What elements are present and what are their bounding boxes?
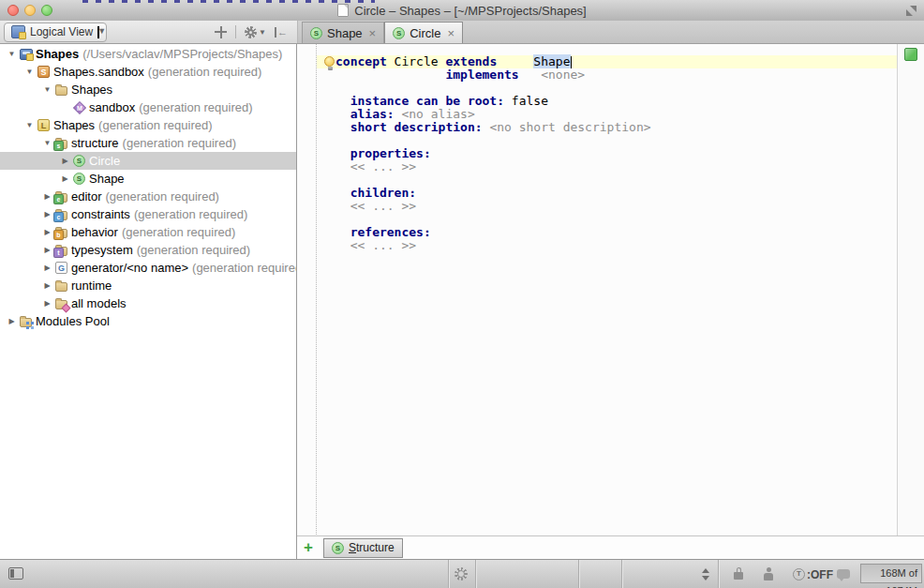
editor-token bbox=[335, 238, 350, 252]
close-icon[interactable]: × bbox=[447, 26, 455, 40]
t-badge-icon[interactable]: T bbox=[793, 568, 805, 580]
toolbar-row: Logical View ▼ ▼ ← S Shape × bbox=[0, 21, 924, 44]
editor-content[interactable]: concept Circle extends Shape implements … bbox=[317, 44, 897, 536]
expand-arrow-icon[interactable]: ▼ bbox=[41, 139, 53, 147]
editor-line-9[interactable]: << ... >> bbox=[335, 160, 897, 173]
concept-icon: S bbox=[310, 27, 322, 39]
editor-line-12[interactable]: << ... >> bbox=[335, 200, 897, 213]
tab-circle[interactable]: S Circle × bbox=[384, 22, 463, 43]
editor-line-1[interactable]: concept Circle extends Shape bbox=[335, 55, 897, 68]
expand-arrow-icon[interactable]: ▶ bbox=[41, 281, 53, 290]
expand-arrow-icon[interactable]: ▶ bbox=[41, 299, 53, 308]
tree-item-circle[interactable]: ▶SCircle bbox=[0, 152, 296, 170]
editor-line-10[interactable] bbox=[335, 173, 897, 187]
toggle-toolwindows-icon[interactable] bbox=[8, 567, 23, 580]
tab-shape[interactable]: S Shape × bbox=[302, 22, 384, 43]
expand-arrow-icon[interactable]: ▼ bbox=[23, 121, 36, 129]
tree-item-label: generator/<no name> bbox=[71, 261, 188, 275]
editor-line-7[interactable] bbox=[335, 134, 897, 147]
view-selector-dropdown[interactable]: Logical View ▼ bbox=[4, 23, 107, 42]
tree-item-typesystem[interactable]: ▶ttypesystem (generation required) bbox=[0, 241, 296, 259]
editor-line-15[interactable]: << ... >> bbox=[335, 239, 897, 252]
editor-token: properties: bbox=[350, 146, 431, 160]
tree-item-shapes-sandbox[interactable]: ▼SShapes.sandbox (generation required) bbox=[0, 63, 296, 81]
editor-line-3[interactable] bbox=[335, 82, 897, 95]
tree-item-label: Shapes bbox=[71, 83, 112, 97]
aspect-folder-typesystem-icon: t bbox=[55, 247, 67, 256]
expand-arrow-icon[interactable]: ▶ bbox=[6, 317, 18, 325]
tree-item-label: Shapes bbox=[53, 118, 95, 132]
tree-item-label: behavior bbox=[71, 225, 118, 239]
tree-item-shapes[interactable]: ▼Shapes (/Users/vaclav/MPSProjects/Shape… bbox=[0, 45, 296, 63]
model-icon: M bbox=[72, 100, 85, 113]
aspect-folder-behavior-icon: b bbox=[55, 229, 67, 238]
concept-icon: S bbox=[393, 27, 405, 39]
editor-token: false bbox=[512, 94, 548, 108]
tree-item-shapes[interactable]: ▼Shapes bbox=[0, 81, 296, 98]
expand-arrow-icon[interactable]: ▶ bbox=[59, 174, 71, 183]
inspection-ok-indicator[interactable] bbox=[904, 48, 917, 61]
add-tab-button[interactable]: + bbox=[300, 539, 317, 556]
expand-arrow-icon[interactable]: ▶ bbox=[41, 246, 53, 254]
tree-item-modules-pool[interactable]: ▶Modules Pool bbox=[0, 312, 296, 330]
tree-item-structure[interactable]: ▼sstructure (generation required) bbox=[0, 134, 296, 152]
tree-item-behavior[interactable]: ▶bbehavior (generation required) bbox=[0, 223, 296, 241]
editor-line-2[interactable]: implements <none> bbox=[335, 68, 897, 82]
editor-token: extends bbox=[445, 54, 497, 68]
editor-line-5[interactable]: alias: <no alias> bbox=[335, 108, 897, 121]
expand-arrow-icon[interactable]: ▶ bbox=[41, 228, 53, 236]
expand-arrow-icon[interactable]: ▶ bbox=[41, 210, 53, 219]
tree-item-generator-no-name-[interactable]: ▶Ggenerator/<no name> (generation requir… bbox=[0, 259, 296, 277]
background-task-icon bbox=[455, 567, 468, 580]
settings-gear-button[interactable]: ▼ bbox=[245, 26, 266, 38]
collapse-all-button[interactable]: ← bbox=[275, 27, 288, 38]
expand-arrow-icon[interactable]: ▼ bbox=[41, 85, 53, 94]
tree-item-editor[interactable]: ▶eeditor (generation required) bbox=[0, 188, 296, 205]
expand-arrow-icon[interactable]: ▼ bbox=[23, 68, 36, 76]
editor-line-8[interactable]: properties: bbox=[335, 147, 897, 160]
zoom-window-button[interactable] bbox=[41, 5, 52, 16]
tree-item-suffix: (generation required) bbox=[106, 189, 219, 204]
message-bubble-icon[interactable] bbox=[837, 569, 850, 579]
tree-item-suffix: (generation required) bbox=[139, 100, 252, 114]
tree-item-suffix: (generation required) bbox=[123, 136, 236, 150]
tree-item-suffix: (generation required) bbox=[137, 243, 250, 257]
tree-item-all-models[interactable]: ▶all models bbox=[0, 294, 296, 312]
editor-token: implements bbox=[445, 68, 518, 82]
all-models-icon bbox=[55, 300, 67, 309]
expand-arrow-icon[interactable]: ▶ bbox=[41, 264, 53, 272]
editor-line-14[interactable]: references: bbox=[335, 226, 897, 239]
inspections-profile-icon[interactable] bbox=[763, 567, 774, 581]
close-window-button[interactable] bbox=[7, 5, 19, 16]
expand-arrow-icon[interactable]: ▼ bbox=[6, 50, 18, 58]
tree-item-runtime[interactable]: ▶runtime bbox=[0, 277, 296, 294]
editor-line-11[interactable]: children: bbox=[335, 187, 897, 200]
expand-arrow-icon[interactable]: ▶ bbox=[59, 157, 71, 165]
tree-item-constraints[interactable]: ▶cconstraints (generation required) bbox=[0, 205, 296, 223]
screenshot-edge-artifact bbox=[82, 0, 375, 3]
statusbar-divider bbox=[578, 560, 579, 588]
intention-bulb-icon[interactable] bbox=[324, 56, 335, 67]
tree-item-sandbox[interactable]: Msandbox (generation required) bbox=[0, 98, 296, 116]
structure-tab-label: Structure bbox=[349, 541, 395, 554]
tree-item-shapes[interactable]: ▼LShapes (generation required) bbox=[0, 116, 296, 134]
editor-line-6[interactable]: short description: <no short description… bbox=[335, 121, 897, 134]
aspect-folder-structure-icon: s bbox=[55, 140, 67, 149]
close-icon[interactable]: × bbox=[369, 26, 377, 40]
memory-indicator[interactable]: 168M of 1074M bbox=[860, 564, 922, 583]
editor-token bbox=[335, 146, 350, 160]
minimize-window-button[interactable] bbox=[24, 5, 36, 16]
editor-token bbox=[519, 68, 541, 82]
window-controls bbox=[7, 5, 52, 16]
fullscreen-icon[interactable] bbox=[906, 6, 917, 16]
project-tree[interactable]: ▼Shapes (/Users/vaclav/MPSProjects/Shape… bbox=[0, 44, 297, 559]
lock-icon[interactable] bbox=[734, 572, 743, 580]
tree-item-shape[interactable]: ▶SShape bbox=[0, 170, 296, 188]
expand-arrow-icon[interactable]: ▶ bbox=[41, 192, 53, 201]
tab-structure[interactable]: S Structure bbox=[323, 538, 403, 558]
tree-item-label: Shapes.sandbox bbox=[53, 65, 144, 79]
scroll-to-source-icon[interactable] bbox=[215, 26, 227, 38]
spinner-arrows-icon[interactable] bbox=[702, 568, 709, 580]
editor-line-13[interactable] bbox=[335, 213, 897, 226]
editor-line-4[interactable]: instance can be root: false bbox=[335, 95, 897, 108]
